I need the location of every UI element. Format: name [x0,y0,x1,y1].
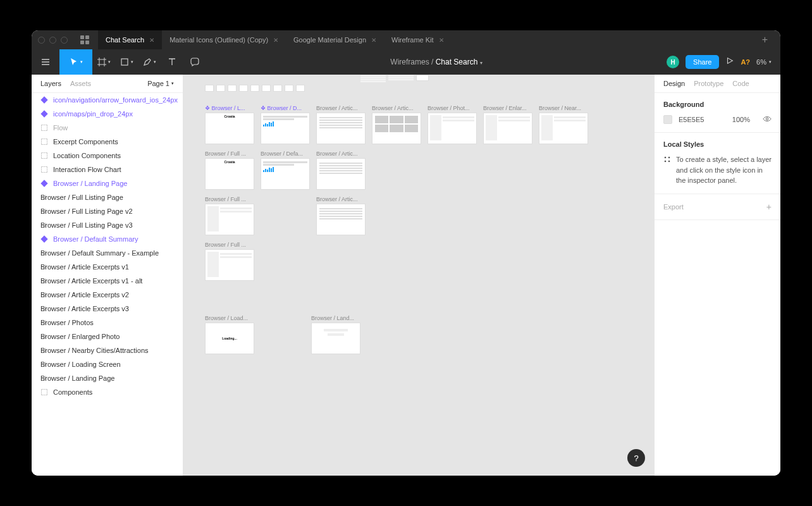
frame-label[interactable]: Browser / Land... [311,315,360,321]
frame-label[interactable]: Browser / Artic... [316,196,366,202]
close-tab-icon[interactable]: ✕ [439,37,444,44]
frame-thumbnail[interactable] [261,113,310,144]
frame-thumbnail[interactable] [261,158,310,190]
close-tab-icon[interactable]: ✕ [149,37,154,44]
frame-label[interactable]: Browser / Full ... [205,196,254,202]
assets-tab[interactable]: Assets [70,80,91,87]
tiny-frame[interactable] [239,85,248,92]
layer-row[interactable]: Browser / Full Listing Page v2 [32,204,183,218]
layers-tab[interactable]: Layers [40,80,61,87]
layer-row[interactable]: Browser / Loading Screen [32,357,183,371]
add-tab-button[interactable]: + [756,34,774,46]
frame-label[interactable]: Browser / Near... [539,105,588,111]
file-tab[interactable]: Wireframe Kit✕ [384,30,452,49]
tiny-frame[interactable] [273,85,282,92]
canvas-frame[interactable]: Browser / Land... [311,315,360,354]
tiny-frame[interactable] [416,75,429,81]
move-tool[interactable]: ▾ [59,49,92,75]
canvas-frame[interactable]: Browser / Load...Loading... [205,315,254,354]
main-menu-button[interactable] [32,49,59,75]
layer-row[interactable]: Browser / Landing Page [32,176,183,190]
frame-thumbnail[interactable] [316,158,366,190]
frame-thumbnail[interactable] [205,204,254,235]
zoom-control[interactable]: 6%▾ [756,58,772,66]
comment-tool[interactable] [183,49,206,75]
background-opacity[interactable]: 100% [732,116,750,123]
pen-tool[interactable]: ▾ [138,49,161,75]
layer-row[interactable]: Browser / Enlarged Photo [32,330,183,343]
layer-row[interactable]: Components [32,385,183,399]
layer-row[interactable]: Browser / Article Excerpts v3 [32,302,183,316]
layer-row[interactable]: Browser / Article Excerpts v2 [32,288,183,302]
visibility-toggle-icon[interactable] [763,114,772,125]
canvas-frame[interactable]: Browser / Enlar... [483,105,532,144]
close-window-icon[interactable] [38,37,45,44]
frame-label[interactable]: Browser / Full ... [205,242,254,248]
layer-row[interactable]: icon/maps/pin_drop_24px [32,107,183,121]
layer-row[interactable]: Browser / Full Listing Page [32,190,183,204]
canvas[interactable]: ? ❖ Browser / L...Croatia❖ Browser / D..… [183,75,654,476]
maximize-window-icon[interactable] [61,37,68,44]
share-button[interactable]: Share [686,55,719,69]
frame-thumbnail[interactable] [316,204,366,235]
notification-badge[interactable]: A? [741,58,750,66]
frame-thumbnail[interactable] [311,323,360,354]
file-tab[interactable]: Google Material Design✕ [286,30,384,49]
tiny-frame[interactable] [205,85,214,92]
canvas-frame[interactable]: Browser / Artic... [316,151,366,190]
close-tab-icon[interactable]: ✕ [371,37,376,44]
code-tab[interactable]: Code [732,80,749,87]
layer-row[interactable]: icon/navigation/arrow_forward_ios_24px [32,93,183,107]
frame-thumbnail[interactable] [316,113,366,144]
file-tab[interactable]: Chat Search✕ [98,30,162,49]
canvas-frame[interactable]: Browser / Phot... [428,105,477,144]
layer-row[interactable]: Flow [32,121,183,135]
layer-row[interactable]: Browser / Default Summary [32,232,183,246]
prototype-tab[interactable]: Prototype [694,80,723,87]
canvas-frame[interactable]: Browser / Full ... [205,196,254,235]
frame-thumbnail[interactable]: Croatia [205,158,254,190]
frame-label[interactable]: Browser / Artic... [372,105,421,111]
frame-thumbnail[interactable] [539,113,588,144]
frame-label[interactable]: ❖ Browser / L... [205,105,254,111]
frame-thumbnail[interactable]: Loading... [205,323,254,354]
canvas-frame[interactable]: Browser / Artic... [372,105,421,144]
canvas-frame[interactable]: Browser / Artic... [316,105,366,144]
frame-label[interactable]: Browser / Enlar... [483,105,532,111]
frame-label[interactable]: Browser / Phot... [428,105,477,111]
tiny-frame[interactable] [296,85,305,92]
tiny-frame[interactable] [216,85,225,92]
layer-row[interactable]: Browser / Landing Page [32,371,183,385]
text-tool[interactable] [161,49,183,75]
present-button[interactable] [725,56,734,68]
layer-row[interactable]: Browser / Photos [32,316,183,330]
user-avatar[interactable]: H [667,56,679,68]
frame-label[interactable]: Browser / Artic... [316,151,366,157]
layer-row[interactable]: Browser / Nearby Cities/Attractions [32,343,183,357]
background-hex[interactable]: E5E5E5 [679,116,704,123]
home-grid-icon[interactable] [80,35,89,44]
background-swatch[interactable] [663,115,672,124]
page-selector[interactable]: Page 1▾ [147,80,174,87]
frame-label[interactable]: Browser / Artic... [316,105,366,111]
frame-label[interactable]: ❖ Browser / D... [261,105,310,111]
frame-thumbnail[interactable] [205,249,254,281]
canvas-frame[interactable]: Browser / Artic... [316,196,366,235]
canvas-frame[interactable]: Browser / Full ... [205,242,254,281]
shape-tool[interactable]: ▾ [115,49,138,75]
help-button[interactable]: ? [627,449,645,467]
canvas-frame[interactable]: ❖ Browser / L...Croatia [205,105,254,144]
frame-tool[interactable]: ▾ [92,49,115,75]
tiny-frame[interactable] [262,85,271,92]
frame-label[interactable]: Browser / Defa... [261,151,310,157]
canvas-frame[interactable]: Browser / Full ...Croatia [205,151,254,190]
frame-thumbnail[interactable] [428,113,477,144]
tiny-frame[interactable] [285,85,293,92]
frame-label[interactable]: Browser / Full ... [205,151,254,157]
layer-row[interactable]: Browser / Article Excerpts v1 [32,260,183,274]
layer-row[interactable]: Browser / Full Listing Page v3 [32,218,183,232]
layer-row[interactable]: Location Components [32,149,183,163]
frame-label[interactable]: Browser / Load... [205,315,254,321]
tiny-frame[interactable] [250,85,259,92]
add-export-button[interactable]: + [766,202,772,212]
